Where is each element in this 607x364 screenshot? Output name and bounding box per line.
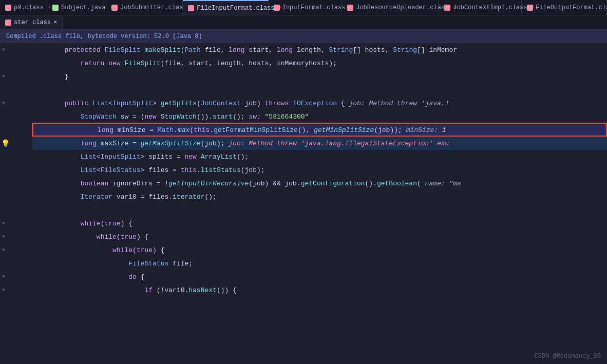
code-text: ( — [197, 100, 201, 107]
code-line: boolean ignoreDirs = !getInputDirRecursi… — [32, 177, 607, 190]
code-text: job) — [245, 100, 265, 107]
tab-fileoutputformat[interactable]: FileOutputFormat.cla... — [522, 0, 607, 15]
code-line: while(true) { — [32, 243, 607, 257]
code-text: minSize = — [118, 126, 158, 134]
code-text: ( — [117, 233, 121, 241]
keyword-control: while — [81, 220, 101, 227]
code-text: ( — [417, 180, 425, 187]
code-text: . — [210, 126, 214, 134]
fold-icon[interactable]: ▼ — [2, 288, 5, 293]
keyword: true — [121, 233, 137, 241]
code-text: > files = — [141, 166, 181, 174]
code-line: Iterator var10 = files.iterator(); — [32, 190, 607, 203]
keyword: new — [185, 153, 201, 161]
code-text: (file, start, length, hosts, inMemoryHos… — [161, 60, 337, 67]
type: List — [92, 100, 108, 107]
tab-jobsubmitter[interactable]: JobSubmitter.class × — [106, 0, 183, 15]
tab-icon — [111, 5, 118, 11]
code-text: < — [97, 166, 101, 174]
tab-inputformat[interactable]: InputFormat.class × — [269, 0, 343, 15]
code-text — [32, 140, 81, 147]
function-name: start — [213, 113, 233, 121]
keyword: long — [229, 46, 249, 54]
fold-icon[interactable]: ▼ — [2, 221, 5, 226]
code-text: . — [197, 166, 201, 174]
fold-icon[interactable]: ▼ — [2, 274, 5, 280]
tab-jobresourceuploader[interactable]: JobResourceUploader.class × — [342, 0, 439, 15]
inline-hint: job: Method threw 'java.l — [349, 100, 449, 107]
tab-ster-class[interactable]: ster class × — [0, 15, 63, 29]
code-text: (job); — [241, 166, 265, 174]
type: JobContext — [201, 100, 245, 107]
code-text: (); — [233, 113, 249, 121]
code-text — [32, 113, 81, 121]
gutter-line: ▼ — [0, 283, 28, 297]
function-name: getSplits — [161, 100, 197, 107]
tab-icon — [5, 5, 11, 11]
gutter-line — [0, 56, 28, 70]
code-text: ( — [132, 246, 137, 254]
fold-icon[interactable]: ▼ — [2, 234, 5, 240]
keyword-control: throws — [265, 100, 293, 107]
fold-icon[interactable]: ▼ — [2, 47, 5, 53]
code-text — [32, 220, 81, 227]
code-text: ( — [101, 220, 105, 227]
code-text: sw = ( — [121, 113, 145, 121]
gutter-line — [0, 123, 28, 137]
function-italic: getMaxSplitSize — [141, 140, 201, 147]
fold-icon[interactable]: ▼ — [2, 74, 5, 80]
tab-p9class[interactable]: p9.class × — [0, 0, 47, 15]
tab-icon — [188, 5, 194, 11]
tab-subject-java[interactable]: Subject.java × — [47, 0, 106, 15]
code-line: List<InputSplit> splits = new ArrayList(… — [32, 150, 607, 163]
type: IOException — [293, 100, 341, 107]
tab-icon — [527, 5, 533, 11]
code-text: ( — [181, 46, 185, 54]
tab-fileinputformat[interactable]: FileInputFormat.class × — [183, 0, 268, 15]
code-text — [32, 180, 81, 187]
code-line: public List<InputSplit> getSplits(JobCon… — [32, 97, 607, 110]
code-text: (), — [298, 126, 314, 134]
keyword-control: do — [128, 273, 140, 281]
keyword: this — [181, 166, 197, 174]
fold-icon[interactable]: ▼ — [2, 101, 5, 106]
keyword: new — [144, 113, 160, 121]
tab-bar-row1: p9.class × Subject.java × JobSubmitter.c… — [0, 0, 607, 15]
keyword: boolean — [81, 180, 112, 187]
inline-hint: name: "ma — [425, 180, 461, 187]
type: FileSplit — [104, 46, 144, 54]
type: StopWatch — [81, 113, 121, 121]
code-line: while(true) { — [32, 230, 607, 243]
code-text: [] hosts, — [353, 46, 393, 54]
hint-bulb-icon: 💡 — [1, 139, 10, 148]
code-text — [32, 166, 81, 174]
code-text — [33, 126, 98, 134]
code-text: ) { — [153, 246, 164, 254]
code-line: FileStatus file; — [32, 257, 607, 270]
info-text: Compiled .class file, bytecode version: … — [6, 33, 202, 40]
fold-icon[interactable]: ▼ — [2, 247, 5, 253]
code-text: { — [141, 273, 145, 281]
gutter-line: ▼ — [0, 230, 28, 243]
keyword-control: return — [32, 60, 108, 67]
type: FileStatus — [128, 260, 173, 267]
code-text: ignoreDirs = ! — [112, 180, 168, 187]
keyword: this — [194, 126, 210, 134]
code-line: protected FileSplit makeSplit(Path file,… — [32, 43, 607, 56]
code-text: (). — [365, 180, 377, 187]
tab-jobcontextimpl[interactable]: JobContextImpl.class × — [439, 0, 522, 15]
code-text — [32, 233, 97, 241]
keyword-control: if — [144, 286, 156, 294]
tab-close[interactable]: × — [53, 19, 57, 26]
tab-label: ster class — [14, 19, 51, 26]
keyword: long — [277, 46, 297, 54]
code-text: ()) { — [217, 286, 237, 294]
code-text: (job)); — [374, 126, 406, 134]
code-text — [32, 286, 144, 294]
tab-bar-row2: ster class × — [0, 15, 607, 30]
type: String — [329, 46, 353, 54]
gutter-line — [0, 203, 28, 217]
type: InputSplit — [101, 153, 141, 161]
function-italic: getInputDirRecursive — [168, 180, 249, 187]
code-text: length, — [297, 46, 329, 54]
